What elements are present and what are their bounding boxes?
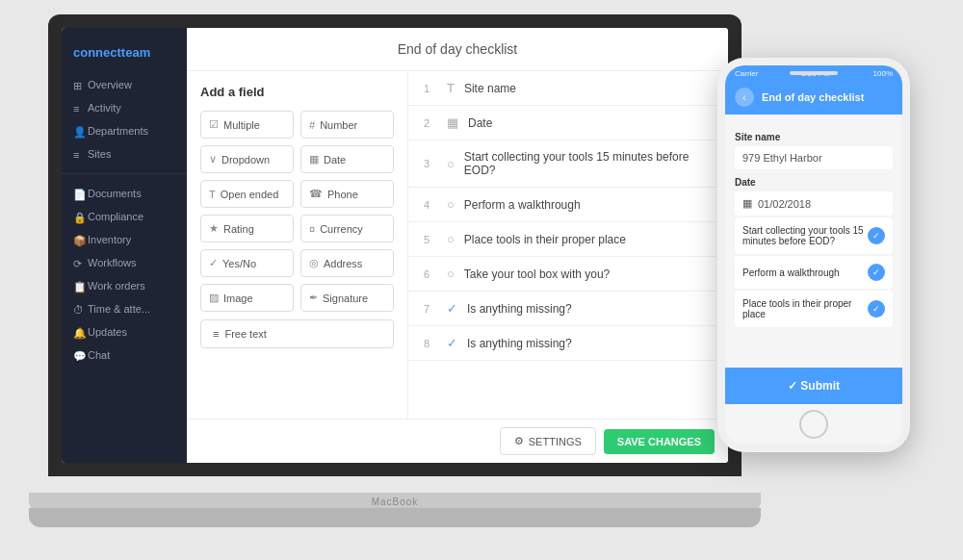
carrier-text: Carrier bbox=[735, 69, 758, 78]
logo-suffix: team bbox=[121, 45, 150, 60]
check-icon-4: ○ bbox=[447, 197, 455, 212]
box-icon: 📦 bbox=[73, 235, 83, 244]
modal-title: End of day checklist bbox=[187, 28, 728, 71]
checklist-item-7[interactable]: 7 ✓ Is anything missing? bbox=[408, 292, 728, 326]
grid-icon: ⊞ bbox=[73, 80, 83, 89]
phone-header-title: End of day checklist bbox=[762, 91, 864, 103]
image-icon: ▨ bbox=[209, 292, 219, 304]
field-btn-number[interactable]: # Number bbox=[300, 111, 394, 139]
settings-gear-icon: ⚙ bbox=[514, 435, 524, 447]
user-icon: 👤 bbox=[73, 126, 83, 136]
field-btn-multiple[interactable]: ☑ Multiple bbox=[200, 111, 294, 139]
field-btn-currency[interactable]: ¤ Currency bbox=[300, 215, 394, 242]
phone-back-button[interactable]: ‹ bbox=[735, 88, 754, 107]
field-btn-signature[interactable]: ✒ Signature bbox=[300, 284, 394, 312]
free-text-icon: ≡ bbox=[213, 328, 219, 340]
field-btn-yesno[interactable]: ✓ Yes/No bbox=[200, 249, 294, 277]
doc-icon: 📄 bbox=[73, 189, 83, 198]
checklist-item-5[interactable]: 5 ○ Place tools in their proper place bbox=[408, 222, 728, 257]
date-icon: ▦ bbox=[309, 153, 319, 165]
save-changes-button[interactable]: SAVE CHANGES bbox=[604, 429, 715, 454]
phone-screen: Carrier 1:20 PM 100% ‹ End of day checkl… bbox=[725, 65, 902, 445]
address-icon: ◎ bbox=[309, 257, 319, 269]
field-btn-date[interactable]: ▦ Date bbox=[300, 145, 394, 173]
number-icon: # bbox=[309, 119, 315, 131]
phone-checklist-item-3[interactable]: Place tools in their proper place ✓ bbox=[735, 291, 893, 327]
sidebar-item-inventory[interactable]: 📦 Inventory bbox=[62, 228, 187, 251]
work-icon: 📋 bbox=[73, 281, 83, 291]
phone-check-circle-3: ✓ bbox=[868, 300, 885, 318]
sidebar: connectteam ⊞ Overview ≡ Activity 👤 Depa… bbox=[62, 28, 187, 463]
field-btn-open-ended[interactable]: T Open ended bbox=[200, 180, 294, 208]
field-btn-address[interactable]: ◎ Address bbox=[300, 249, 394, 277]
sidebar-item-departments[interactable]: 👤 Departments bbox=[62, 119, 187, 142]
phone-checklist-item-2[interactable]: Perform a walkthrough ✓ bbox=[735, 256, 893, 289]
dropdown-icon: ∨ bbox=[209, 153, 217, 165]
rating-icon: ★ bbox=[209, 222, 219, 235]
sidebar-item-sites[interactable]: ≡ Sites bbox=[62, 142, 187, 165]
sidebar-item-compliance[interactable]: 🔒 Compliance bbox=[62, 205, 187, 228]
app-logo: connectteam bbox=[62, 38, 187, 73]
phone-check-circle-1: ✓ bbox=[868, 227, 885, 244]
check-icon-5: ○ bbox=[447, 232, 455, 246]
back-arrow-icon: ‹ bbox=[742, 92, 745, 103]
phone-checklist-item-1[interactable]: Start collecting your tools 15 minutes b… bbox=[735, 217, 893, 254]
main-content: End of day checklist Add a field ☑ Multi… bbox=[187, 28, 728, 463]
phone-status-bar: Carrier 1:20 PM 100% bbox=[725, 65, 902, 80]
date-field-icon: ▦ bbox=[447, 115, 458, 130]
settings-button[interactable]: ⚙ SETTINGS bbox=[500, 427, 596, 455]
checkmark-icon-7: ✓ bbox=[447, 301, 457, 316]
phone-content: Site name 979 Ethyl Harbor Date ▦ 01/02/… bbox=[725, 115, 902, 368]
calendar-icon: ▦ bbox=[742, 197, 752, 210]
checklist-item-6[interactable]: 6 ○ Take your tool box with you? bbox=[408, 257, 728, 292]
checklist-item-4[interactable]: 4 ○ Perform a walkthrough bbox=[408, 188, 728, 222]
phone-icon: ☎ bbox=[309, 188, 323, 200]
checkmark-icon-8: ✓ bbox=[447, 336, 457, 350]
free-text-button[interactable]: ≡ Free text bbox=[200, 319, 394, 348]
sidebar-item-time[interactable]: ⏱ Time & atte... bbox=[62, 297, 187, 320]
scene: connectteam ⊞ Overview ≡ Activity 👤 Depa… bbox=[0, 0, 963, 560]
sidebar-item-chat[interactable]: 💬 Chat bbox=[62, 344, 187, 367]
text-field-icon: T bbox=[447, 81, 455, 95]
check-icon-6: ○ bbox=[447, 267, 455, 281]
phone-check-circle-2: ✓ bbox=[868, 264, 885, 281]
checklist-item-8[interactable]: 8 ✓ Is anything missing? bbox=[408, 326, 728, 361]
field-btn-dropdown[interactable]: ∨ Dropdown bbox=[200, 145, 294, 173]
laptop-foot bbox=[29, 508, 761, 527]
phone-date-value: ▦ 01/02/2018 bbox=[735, 191, 893, 216]
sidebar-item-overview[interactable]: ⊞ Overview bbox=[62, 73, 187, 96]
field-btn-rating[interactable]: ★ Rating bbox=[200, 215, 294, 242]
field-btn-image[interactable]: ▨ Image bbox=[200, 284, 294, 312]
laptop: connectteam ⊞ Overview ≡ Activity 👤 Depa… bbox=[48, 14, 742, 539]
checklist-item-3[interactable]: 3 ○ Start collecting your tools 15 minut… bbox=[408, 140, 728, 188]
sidebar-item-documents[interactable]: 📄 Documents bbox=[62, 182, 187, 205]
add-field-panel: Add a field ☑ Multiple # Number bbox=[187, 71, 408, 419]
sidebar-item-workflows[interactable]: ⟳ Workflows bbox=[62, 251, 187, 274]
phone-date-label: Date bbox=[735, 177, 893, 188]
compliance-icon: 🔒 bbox=[73, 212, 83, 221]
activity-icon: ≡ bbox=[73, 103, 83, 113]
phone-submit-bar[interactable]: ✓ Submit bbox=[725, 368, 902, 404]
checklist-item-1[interactable]: 1 T Site name bbox=[408, 71, 728, 106]
battery-text: 100% bbox=[873, 69, 893, 78]
chat-icon: 💬 bbox=[73, 350, 83, 360]
open-ended-icon: T bbox=[209, 189, 216, 200]
phone-site-name-value: 979 Ethyl Harbor bbox=[735, 146, 893, 169]
modal-overlay: End of day checklist Add a field ☑ Multi… bbox=[187, 28, 728, 463]
sidebar-item-updates[interactable]: 🔔 Updates bbox=[62, 320, 187, 344]
checkmark-submit-icon: ✓ bbox=[788, 379, 800, 393]
phone-site-name-label: Site name bbox=[735, 132, 893, 142]
sidebar-item-activity[interactable]: ≡ Activity bbox=[62, 96, 187, 119]
workflow-icon: ⟳ bbox=[73, 258, 83, 267]
field-grid: ☑ Multiple # Number ∨ Dr bbox=[200, 111, 394, 312]
signature-icon: ✒ bbox=[309, 292, 318, 304]
list-icon: ≡ bbox=[73, 149, 83, 159]
field-btn-phone[interactable]: ☎ Phone bbox=[300, 180, 394, 208]
checklist-item-2[interactable]: 2 ▦ Date bbox=[408, 106, 728, 140]
phone-home-button[interactable] bbox=[799, 410, 828, 439]
phone-header: ‹ End of day checklist bbox=[725, 80, 902, 115]
sidebar-item-work-orders[interactable]: 📋 Work orders bbox=[62, 274, 187, 297]
currency-icon: ¤ bbox=[309, 223, 315, 235]
sidebar-divider bbox=[62, 173, 187, 174]
multiple-icon: ☑ bbox=[209, 118, 219, 131]
